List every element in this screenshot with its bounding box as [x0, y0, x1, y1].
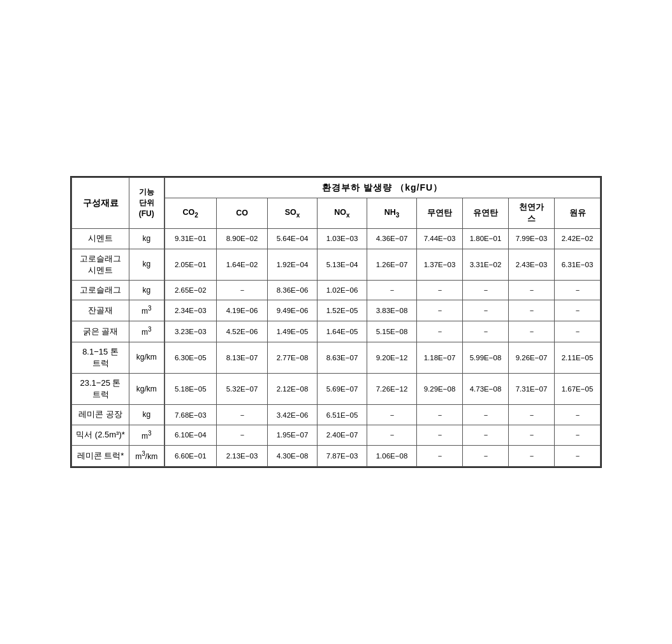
- cell-value: －: [509, 446, 555, 467]
- cell-value: 1.64E−02: [217, 249, 268, 280]
- cell-value: 2.43E−03: [509, 249, 555, 280]
- cell-value: 7.31E−07: [509, 374, 555, 405]
- cell-value: －: [463, 405, 509, 425]
- cell-value: －: [509, 300, 555, 321]
- table-row: 고로슬래그 시멘트kg2.05E−011.64E−021.92E−045.13E…: [72, 249, 601, 280]
- cell-material: 레미콘 트럭*: [72, 446, 129, 467]
- header-material: 구성재료: [72, 177, 129, 229]
- cell-value: 1.18E−07: [417, 342, 463, 373]
- cell-unit: kg: [129, 280, 164, 300]
- cell-value: 3.42E−06: [268, 405, 318, 425]
- cell-unit: m3: [129, 300, 164, 321]
- cell-value: 9.26E−07: [509, 342, 555, 373]
- cell-material: 굵은 골재: [72, 321, 129, 342]
- cell-value: －: [555, 446, 601, 467]
- cell-material: 믹서 (2.5m³)*: [72, 425, 129, 446]
- cell-value: 7.99E−03: [509, 229, 555, 249]
- cell-material: 시멘트: [72, 229, 129, 249]
- cell-value: 5.69E−07: [318, 374, 367, 405]
- cell-value: －: [555, 280, 601, 300]
- cell-material: 23.1−25 톤 트럭: [72, 374, 129, 405]
- cell-value: 2.65E−02: [164, 280, 217, 300]
- header-unit: 기능단위(FU): [129, 177, 164, 229]
- cell-value: －: [463, 446, 509, 467]
- cell-value: 9.49E−06: [268, 300, 318, 321]
- cell-value: 5.18E−05: [164, 374, 217, 405]
- cell-value: 9.29E−08: [417, 374, 463, 405]
- col-wonu: 원유: [555, 198, 601, 229]
- cell-value: －: [555, 321, 601, 342]
- cell-material: 고로슬래그 시멘트: [72, 249, 129, 280]
- cell-unit: m3: [129, 425, 164, 446]
- cell-value: 3.83E−08: [367, 300, 417, 321]
- col-muyeontan: 무연탄: [417, 198, 463, 229]
- cell-value: 6.30E−05: [164, 342, 217, 373]
- cell-value: 6.60E−01: [164, 446, 217, 467]
- cell-value: －: [417, 321, 463, 342]
- cell-value: 8.90E−02: [217, 229, 268, 249]
- cell-value: 9.31E−01: [164, 229, 217, 249]
- cell-value: 4.52E−06: [217, 321, 268, 342]
- cell-value: 1.03E−03: [318, 229, 367, 249]
- col-nox: NOx: [318, 198, 367, 229]
- cell-value: －: [463, 300, 509, 321]
- cell-value: 4.30E−08: [268, 446, 318, 467]
- cell-value: －: [367, 280, 417, 300]
- cell-value: 7.44E−03: [417, 229, 463, 249]
- cell-unit: kg/km: [129, 342, 164, 373]
- col-yuyeontan: 유연탄: [463, 198, 509, 229]
- cell-unit: kg: [129, 229, 164, 249]
- cell-value: 1.02E−06: [318, 280, 367, 300]
- table-row: 굵은 골재m33.23E−034.52E−061.49E−051.64E−055…: [72, 321, 601, 342]
- cell-value: 3.31E−02: [463, 249, 509, 280]
- header-row-top: 구성재료 기능단위(FU) 환경부하 발생량 （kg/FU）: [72, 177, 601, 198]
- cell-value: －: [509, 280, 555, 300]
- table-row: 시멘트kg9.31E−018.90E−025.64E−041.03E−034.3…: [72, 229, 601, 249]
- cell-value: －: [417, 405, 463, 425]
- cell-value: 6.51E−05: [318, 405, 367, 425]
- cell-value: －: [509, 425, 555, 446]
- table-row: 잔골재m32.34E−034.19E−069.49E−061.52E−053.8…: [72, 300, 601, 321]
- cell-value: 1.37E−03: [417, 249, 463, 280]
- cell-value: －: [217, 280, 268, 300]
- cell-value: 1.67E−05: [555, 374, 601, 405]
- cell-value: 2.11E−05: [555, 342, 601, 373]
- cell-value: 2.34E−03: [164, 300, 217, 321]
- cell-unit: kg: [129, 405, 164, 425]
- col-co2: CO2: [164, 198, 217, 229]
- cell-value: 5.15E−08: [367, 321, 417, 342]
- cell-value: －: [555, 300, 601, 321]
- table-row: 8.1−15 톤 트럭kg/km6.30E−058.13E−072.77E−08…: [72, 342, 601, 373]
- cell-value: 2.77E−08: [268, 342, 318, 373]
- cell-value: 8.36E−06: [268, 280, 318, 300]
- cell-unit: m3/km: [129, 446, 164, 467]
- main-table-wrapper: 구성재료 기능단위(FU) 환경부하 발생량 （kg/FU） CO2 CO SO…: [70, 176, 602, 468]
- cell-value: 5.64E−04: [268, 229, 318, 249]
- cell-value: 1.80E−01: [463, 229, 509, 249]
- cell-unit: m3: [129, 321, 164, 342]
- data-table: 구성재료 기능단위(FU) 환경부하 발생량 （kg/FU） CO2 CO SO…: [71, 177, 601, 467]
- table-row: 23.1−25 톤 트럭kg/km5.18E−055.32E−072.12E−0…: [72, 374, 601, 405]
- cell-value: －: [417, 280, 463, 300]
- cell-value: 2.05E−01: [164, 249, 217, 280]
- cell-value: 7.87E−03: [318, 446, 367, 467]
- cell-material: 레미콘 공장: [72, 405, 129, 425]
- cell-value: 4.19E−06: [217, 300, 268, 321]
- header-title: 환경부하 발생량 （kg/FU）: [164, 177, 601, 198]
- cell-value: 2.13E−03: [217, 446, 268, 467]
- col-cheonnyeongas: 천연가스: [509, 198, 555, 229]
- table-row: 레미콘 트럭*m3/km6.60E−012.13E−034.30E−087.87…: [72, 446, 601, 467]
- cell-value: －: [463, 425, 509, 446]
- cell-value: －: [463, 280, 509, 300]
- cell-value: －: [555, 405, 601, 425]
- col-sox: SOx: [268, 198, 318, 229]
- cell-value: 6.10E−04: [164, 425, 217, 446]
- cell-material: 잔골재: [72, 300, 129, 321]
- col-nh3: NH3: [367, 198, 417, 229]
- cell-value: 2.12E−08: [268, 374, 318, 405]
- cell-value: 8.63E−07: [318, 342, 367, 373]
- cell-value: 5.99E−08: [463, 342, 509, 373]
- cell-value: －: [417, 425, 463, 446]
- cell-value: 1.49E−05: [268, 321, 318, 342]
- cell-value: 9.20E−12: [367, 342, 417, 373]
